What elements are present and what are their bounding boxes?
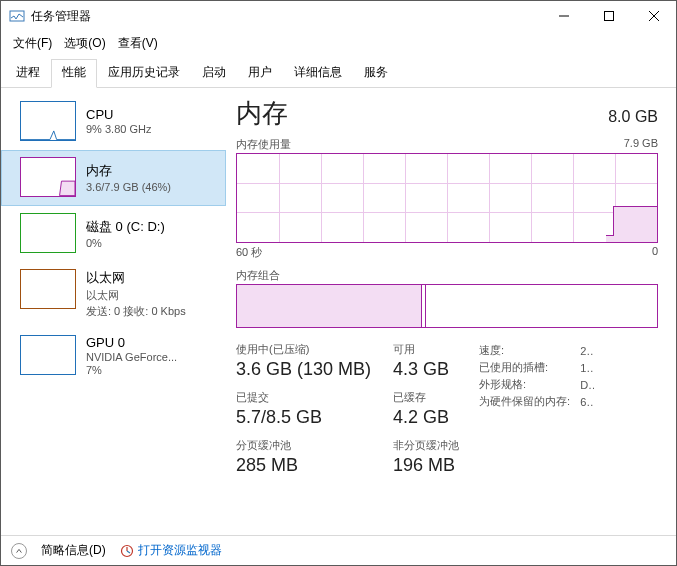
- sidebar-item-label: GPU 0: [86, 335, 177, 350]
- svg-line-8: [127, 551, 130, 553]
- sidebar-item-label: 以太网: [86, 269, 186, 287]
- composition-label: 内存组合: [236, 268, 280, 283]
- stat-cached: 已缓存 4.2 GB: [393, 390, 459, 428]
- tab-app-history[interactable]: 应用历史记录: [97, 59, 191, 88]
- maximize-button[interactable]: [586, 1, 631, 31]
- close-button[interactable]: [631, 1, 676, 31]
- sidebar: CPU 9% 3.80 GHz 内存 3.6/7.9 GB (46%) 磁盘 0…: [1, 88, 226, 540]
- memory-usage-chart[interactable]: [236, 153, 658, 243]
- menubar: 文件(F) 选项(O) 查看(V): [1, 31, 676, 58]
- sidebar-item-detail2: 发送: 0 接收: 0 Kbps: [86, 304, 186, 319]
- memory-capacity: 8.0 GB: [608, 108, 658, 126]
- app-icon: [9, 8, 25, 24]
- sidebar-item-detail: 以太网: [86, 288, 186, 303]
- titlebar: 任务管理器: [1, 1, 676, 31]
- sidebar-item-memory[interactable]: 内存 3.6/7.9 GB (46%): [1, 150, 226, 206]
- tab-performance[interactable]: 性能: [51, 59, 97, 88]
- brief-info-button[interactable]: 简略信息(D): [41, 542, 106, 559]
- stat-committed: 已提交 5.7/8.5 GB: [236, 390, 371, 428]
- menu-view[interactable]: 查看(V): [114, 33, 162, 54]
- minimize-button[interactable]: [541, 1, 586, 31]
- sidebar-item-gpu[interactable]: GPU 0 NVIDIA GeForce... 7%: [1, 328, 226, 385]
- sidebar-item-cpu[interactable]: CPU 9% 3.80 GHz: [1, 94, 226, 150]
- tab-services[interactable]: 服务: [353, 59, 399, 88]
- footer: 简略信息(D) 打开资源监视器: [1, 535, 676, 565]
- content: CPU 9% 3.80 GHz 内存 3.6/7.9 GB (46%) 磁盘 0…: [1, 88, 676, 540]
- comp-seg-used: [237, 285, 422, 327]
- tab-details[interactable]: 详细信息: [283, 59, 353, 88]
- disk-thumb-icon: [20, 213, 76, 253]
- chart-usage-label: 内存使用量: [236, 137, 291, 152]
- sidebar-item-label: CPU: [86, 107, 151, 122]
- memory-composition-chart[interactable]: [236, 284, 658, 328]
- sidebar-item-detail: NVIDIA GeForce...: [86, 351, 177, 363]
- chart-usage-max: 7.9 GB: [624, 137, 658, 152]
- comp-seg-avail: [426, 285, 657, 327]
- tab-startup[interactable]: 启动: [191, 59, 237, 88]
- gpu-thumb-icon: [20, 335, 76, 375]
- tab-processes[interactable]: 进程: [5, 59, 51, 88]
- stat-paged: 分页缓冲池 285 MB: [236, 438, 371, 476]
- page-title: 内存: [236, 96, 288, 131]
- menu-options[interactable]: 选项(O): [60, 33, 109, 54]
- sidebar-item-detail: 0%: [86, 237, 165, 249]
- tabs: 进程 性能 应用历史记录 启动 用户 详细信息 服务: [1, 58, 676, 88]
- chart-axis-right: 0: [652, 245, 658, 260]
- stats-right: 速度:2... 已使用的插槽:1... 外形规格:D... 为硬件保留的内存:6…: [479, 342, 594, 476]
- sidebar-item-detail2: 7%: [86, 364, 177, 376]
- svg-marker-5: [60, 181, 75, 195]
- sidebar-item-ethernet[interactable]: 以太网 以太网 发送: 0 接收: 0 Kbps: [1, 262, 226, 328]
- detail-pane: 内存 8.0 GB 内存使用量 7.9 GB 60 秒 0 内存组合: [226, 88, 676, 540]
- collapse-icon[interactable]: [11, 543, 27, 559]
- sidebar-item-detail: 3.6/7.9 GB (46%): [86, 181, 171, 193]
- chart-axis-left: 60 秒: [236, 245, 262, 260]
- menu-file[interactable]: 文件(F): [9, 33, 56, 54]
- stat-nonpaged: 非分页缓冲池 196 MB: [393, 438, 459, 476]
- stat-in-use: 使用中(已压缩) 3.6 GB (130 MB): [236, 342, 371, 380]
- cpu-thumb-icon: [20, 101, 76, 141]
- stat-available: 可用 4.3 GB: [393, 342, 459, 380]
- sidebar-item-label: 内存: [86, 162, 171, 180]
- ethernet-thumb-icon: [20, 269, 76, 309]
- sidebar-item-disk[interactable]: 磁盘 0 (C: D:) 0%: [1, 206, 226, 262]
- svg-rect-2: [604, 12, 613, 21]
- memory-thumb-icon: [20, 157, 76, 197]
- sidebar-item-label: 磁盘 0 (C: D:): [86, 218, 165, 236]
- open-resource-monitor-link[interactable]: 打开资源监视器: [120, 542, 222, 559]
- resource-monitor-icon: [120, 544, 134, 558]
- tab-users[interactable]: 用户: [237, 59, 283, 88]
- window-title: 任务管理器: [31, 8, 541, 25]
- sidebar-item-detail: 9% 3.80 GHz: [86, 123, 151, 135]
